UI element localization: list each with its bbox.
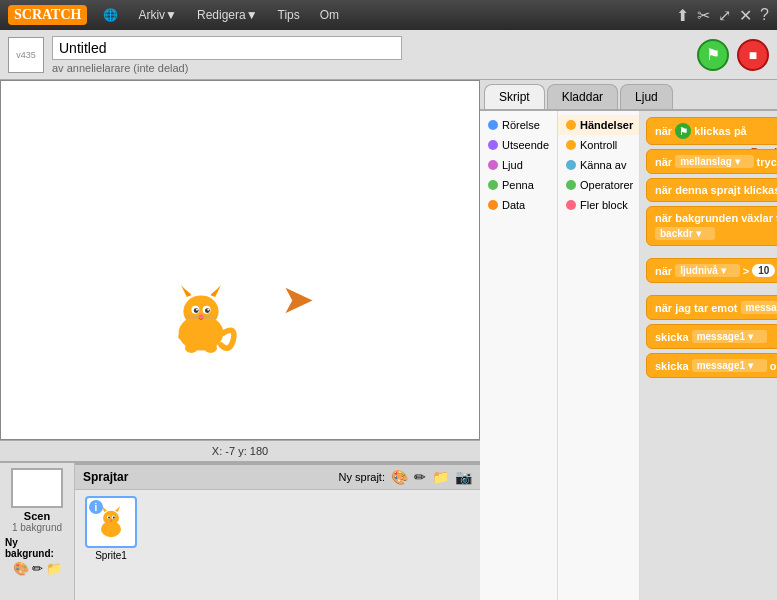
menu-om[interactable]: Om (316, 6, 343, 24)
cat-kanna-av[interactable]: Känna av (558, 155, 639, 175)
green-flag-button[interactable] (697, 39, 729, 71)
sprites-panel: Sprajtar Ny sprajt: 🎨 ✏ 📁 📷 i (75, 463, 480, 600)
blocks-list: när ⚑ klickas på när mellanslag ▾ trycks… (640, 111, 777, 600)
svg-marker-23 (115, 506, 120, 512)
camera-sprite-icon[interactable]: 📷 (455, 469, 472, 485)
cat-handelser-label: Händelser (580, 119, 633, 131)
sprite-info-icon[interactable]: i (89, 500, 103, 514)
block-text-nar: när (655, 125, 672, 137)
cat-fler-block-dot (566, 200, 576, 210)
cat-utseende-label: Utseende (502, 139, 549, 151)
sprite-item-sprite1[interactable]: i (81, 496, 141, 561)
svg-point-8 (194, 308, 199, 313)
block-dropdown-message1-send[interactable]: message1 ▾ (692, 330, 767, 343)
cat-data-dot (488, 200, 498, 210)
block-green-flag-icon: ⚑ (675, 123, 691, 139)
stage-arrow-annotation: ➤ (281, 276, 315, 322)
cat-penna[interactable]: Penna (480, 175, 557, 195)
stop-button[interactable] (737, 39, 769, 71)
cat-operatorer-dot (566, 180, 576, 190)
folder-sprite-icon[interactable]: 📁 (432, 469, 449, 485)
folder-bg-icon[interactable]: 📁 (46, 561, 62, 576)
block-when-receive[interactable]: när jag tar emot message1 ▾ (646, 295, 777, 320)
tab-skript[interactable]: Skript (484, 84, 545, 109)
categories-panel-left: Rörelse Utseende Ljud Penna Data (480, 111, 558, 600)
block-number-10[interactable]: 10 (752, 264, 775, 277)
cat-operatorer[interactable]: Operatorer (558, 175, 639, 195)
block-text-nar-tar-emot: när jag tar emot (655, 302, 738, 314)
block-when-key[interactable]: när mellanslag ▾ trycks ned (646, 149, 777, 174)
edit-bg-icon[interactable]: ✏ (32, 561, 43, 576)
block-broadcast-wait[interactable]: skicka message1 ▾ och vänta (646, 353, 777, 378)
cat-ljud-label: Ljud (502, 159, 523, 171)
run-controls (697, 39, 769, 71)
new-sprite-controls: Ny sprajt: 🎨 ✏ 📁 📷 (339, 469, 472, 485)
block-text-klickas-pa: klickas på (694, 125, 747, 137)
cat-operatorer-label: Operatorer (580, 179, 633, 191)
cat-kontroll-dot (566, 140, 576, 150)
menu-globe[interactable]: 🌐 (99, 6, 122, 24)
block-text-nar3: när (655, 265, 672, 277)
scene-panel: Scen 1 bakgrund Ny bakgrund: 🎨 ✏ 📁 (0, 463, 75, 600)
title-section: av annelielarare (inte delad) (52, 36, 679, 74)
block-dropdown-ljudniva[interactable]: ljudnivå ▾ (675, 264, 740, 277)
close-icon[interactable]: ✕ (739, 6, 752, 25)
cat-data[interactable]: Data (480, 195, 557, 215)
scene-thumbnail[interactable] (11, 468, 63, 508)
block-when-sprite-clicked[interactable]: när denna sprajt klickas på (646, 178, 777, 202)
cat-data-label: Data (502, 199, 525, 211)
block-when-flag[interactable]: när ⚑ klickas på (646, 117, 777, 145)
block-text-och-vanta: och vänta (770, 360, 777, 372)
block-dropdown-mellanslag[interactable]: mellanslag ▾ (675, 155, 753, 168)
cat-rorelse[interactable]: Rörelse (480, 115, 557, 135)
tab-kladdar[interactable]: Kladdar (547, 84, 618, 109)
svg-marker-4 (183, 287, 192, 296)
block-when-volume[interactable]: när ljudnivå ▾ > 10 (646, 258, 777, 283)
cat-handelser[interactable]: Händelser (558, 115, 639, 135)
copy-icon[interactable]: ✂ (697, 6, 710, 25)
paint-bg-icon[interactable]: 🎨 (13, 561, 29, 576)
block-dropdown-message1-recv[interactable]: message1 ▾ (741, 301, 777, 314)
block-dropdown-backdr[interactable]: backdr ▾ (655, 227, 715, 240)
menu-tips[interactable]: Tips (274, 6, 304, 24)
tab-ljud[interactable]: Ljud (620, 84, 673, 109)
svg-point-17 (185, 343, 198, 353)
cat-penna-label: Penna (502, 179, 534, 191)
svg-point-1 (183, 295, 218, 327)
cat-kanna-av-label: Känna av (580, 159, 626, 171)
cat-kontroll[interactable]: Kontroll (558, 135, 639, 155)
stage-canvas: ➤ (0, 80, 480, 440)
menu-arkiv[interactable]: Arkiv▼ (134, 6, 181, 24)
svg-point-12 (199, 315, 204, 318)
edit-sprite-icon[interactable]: ✏ (414, 469, 426, 485)
cat-fler-block-label: Fler block (580, 199, 628, 211)
cat-handelser-dot (566, 120, 576, 130)
titlebar: v435 av annelielarare (inte delad) (0, 30, 777, 80)
svg-marker-5 (211, 287, 220, 296)
blocks-area: Rörelse Utseende Ljud Penna Data (480, 111, 777, 600)
tabs-bar: Skript Kladdar Ljud (480, 80, 777, 111)
block-text-nar-bakgrund: när bakgrunden växlar till (655, 212, 777, 224)
svg-point-26 (108, 517, 110, 519)
scene-bg-count: 1 bakgrund (12, 522, 62, 533)
help-icon[interactable]: ? (760, 6, 769, 24)
project-author: av annelielarare (inte delad) (52, 62, 679, 74)
bottom-left-panel: Scen 1 bakgrund Ny bakgrund: 🎨 ✏ 📁 Spraj… (0, 461, 480, 600)
categories-panel-right: Händelser Kontroll Känna av Operatorer F… (558, 111, 640, 600)
cat-utseende[interactable]: Utseende (480, 135, 557, 155)
project-title-input[interactable] (52, 36, 402, 60)
block-when-backdrop[interactable]: när bakgrunden växlar till backdr ▾ (646, 206, 777, 246)
paint-sprite-icon[interactable]: 🎨 (391, 469, 408, 485)
cat-fler-block[interactable]: Fler block (558, 195, 639, 215)
block-broadcast[interactable]: skicka message1 ▾ (646, 324, 777, 349)
cat-ljud-dot (488, 160, 498, 170)
block-dropdown-message1-wait[interactable]: message1 ▾ (692, 359, 767, 372)
cat-ljud[interactable]: Ljud (480, 155, 557, 175)
upload-icon[interactable]: ⬆ (676, 6, 689, 25)
scratch-logo[interactable]: SCRATCH (8, 5, 87, 25)
menu-redigera[interactable]: Redigera▼ (193, 6, 262, 24)
svg-point-18 (204, 343, 217, 353)
sprite-thumb-sprite1: i (85, 496, 137, 548)
block-op-gt: > (743, 265, 749, 277)
resize-icon[interactable]: ⤢ (718, 6, 731, 25)
